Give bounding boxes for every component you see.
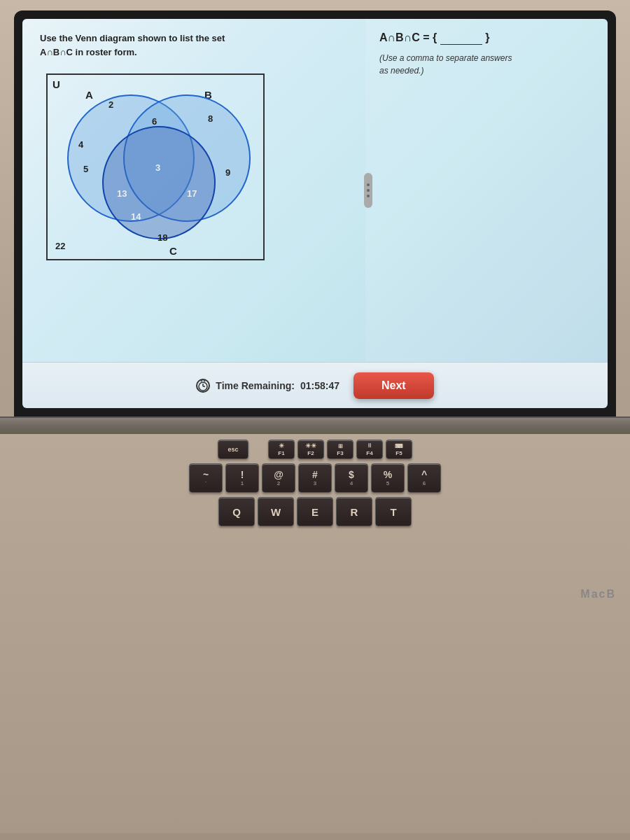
svg-text:8: 8 (208, 113, 213, 124)
timer-icon (196, 379, 210, 393)
key-2[interactable]: @ 2 (262, 463, 295, 493)
bottom-bar: Time Remaining: 01:58:47 Next (22, 362, 608, 408)
question-text: Use the Venn diagram shown to list the s… (40, 31, 355, 59)
right-panel: A∩B∩C = { } (Use a comma to separate ans… (365, 19, 608, 362)
svg-text:9: 9 (225, 167, 230, 178)
formula-text: A∩B∩C = { (379, 31, 437, 43)
svg-text:A: A (85, 89, 93, 101)
svg-text:22: 22 (55, 241, 65, 251)
svg-text:4: 4 (78, 139, 84, 150)
key-f3[interactable]: ⊞ F3 (327, 440, 354, 459)
answer-note-line2: as needed.) (379, 66, 424, 76)
svg-line-23 (201, 380, 202, 382)
svg-text:17: 17 (187, 188, 197, 199)
answer-note: (Use a comma to separate answers as need… (379, 52, 594, 77)
svg-line-24 (204, 380, 205, 382)
svg-text:3: 3 (155, 162, 160, 173)
key-1[interactable]: ! 1 (225, 463, 259, 493)
answer-formula: A∩B∩C = { } (379, 31, 594, 45)
timer-value: 01:58:47 (300, 380, 340, 391)
keyboard-area: MacB esc ☀ F1 ☀☀ F2 (0, 416, 630, 833)
venn-diagram: U A B (40, 67, 278, 284)
question-line2: A∩B∩C in roster form. (40, 47, 137, 57)
svg-point-6 (103, 127, 215, 239)
key-4[interactable]: $ 4 (335, 463, 368, 493)
key-6[interactable]: ^ 6 (407, 463, 441, 493)
divider-handle[interactable] (364, 173, 372, 208)
answer-note-line1: (Use a comma to separate answers (379, 53, 512, 63)
formula-close: } (485, 31, 489, 43)
svg-text:14: 14 (131, 211, 141, 222)
key-backtick[interactable]: ~ ` (189, 463, 223, 493)
key-f2[interactable]: ☀☀ F2 (298, 440, 324, 459)
screen-bezel: Use the Venn diagram shown to list the s… (14, 10, 616, 416)
next-button[interactable]: Next (354, 372, 434, 399)
key-3[interactable]: # 3 (298, 463, 332, 493)
key-f5[interactable]: ⌨ F5 (386, 440, 412, 459)
svg-text:5: 5 (83, 164, 88, 174)
letter-row-1: Q W E R T (218, 497, 412, 526)
timer-section: Time Remaining: 01:58:47 (196, 379, 340, 393)
svg-text:18: 18 (158, 232, 167, 243)
laptop-outer: Use the Venn diagram shown to list the s… (0, 0, 630, 840)
key-e[interactable]: E (297, 497, 333, 526)
key-5[interactable]: % 5 (371, 463, 405, 493)
key-esc[interactable]: esc (218, 440, 248, 459)
macbook-brand: MacB (580, 588, 616, 601)
question-line1: Use the Venn diagram shown to list the s… (40, 33, 225, 43)
key-r[interactable]: R (336, 497, 372, 526)
screen-content: Use the Venn diagram shown to list the s… (22, 19, 608, 362)
key-t[interactable]: T (375, 497, 412, 526)
key-w[interactable]: W (258, 497, 294, 526)
keyboard-deck: MacB esc ☀ F1 ☀☀ F2 (0, 434, 630, 833)
num-row: ~ ` ! 1 @ 2 (189, 463, 441, 493)
divider-dot-2 (367, 189, 370, 192)
timer-label: Time Remaining: (216, 380, 295, 391)
answer-input-area[interactable] (440, 31, 482, 45)
divider-dot-3 (367, 195, 370, 197)
key-f4[interactable]: ⠿ F4 (356, 440, 383, 459)
fn-row: esc ☀ F1 ☀☀ F2 (218, 440, 412, 459)
key-q[interactable]: Q (218, 497, 255, 526)
left-panel: Use the Venn diagram shown to list the s… (22, 19, 365, 362)
key-f1[interactable]: ☀ F1 (268, 440, 295, 459)
divider-dot-1 (367, 183, 370, 186)
svg-text:C: C (169, 245, 177, 257)
svg-text:2: 2 (108, 99, 113, 110)
svg-text:6: 6 (152, 116, 157, 127)
screen: Use the Venn diagram shown to list the s… (22, 19, 608, 408)
svg-text:U: U (52, 78, 60, 90)
svg-text:13: 13 (117, 188, 127, 199)
hinge-area (0, 416, 630, 434)
